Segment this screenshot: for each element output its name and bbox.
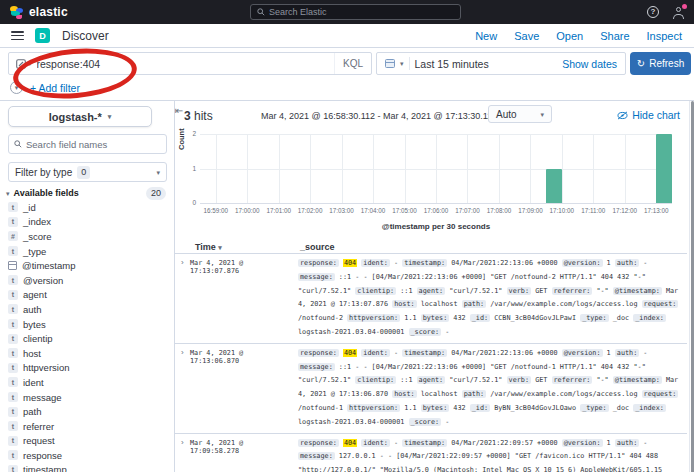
field-item-message[interactable]: tmessage (8, 390, 170, 405)
field-name: agent (23, 289, 47, 300)
show-dates-button[interactable]: Show dates (562, 58, 617, 70)
field-item-clientip[interactable]: tclientip (8, 331, 170, 346)
inspect-button[interactable]: Inspect (647, 30, 682, 42)
x-tick-label: 17:12:00 (613, 207, 638, 214)
interval-select[interactable]: Auto ▾ (488, 105, 552, 123)
field-search-input[interactable] (26, 139, 161, 150)
field-name-pill: @version: (562, 349, 603, 357)
field-name-pill: httpversion: (347, 314, 400, 322)
field-name-pill: timestamp: (402, 349, 447, 357)
field-name-pill: response: (298, 259, 339, 267)
field-name-pill: host: (392, 300, 416, 308)
field-name-pill: _index: (633, 404, 666, 412)
field-name: _type (23, 246, 46, 257)
gridline (200, 169, 672, 170)
field-item-ident[interactable]: tident (8, 375, 170, 390)
time-column-header[interactable]: Time ▾ (195, 242, 222, 252)
save-button[interactable]: Save (514, 30, 539, 42)
date-picker[interactable]: ▾ Last 15 minutes Show dates (376, 52, 626, 75)
query-input[interactable] (37, 58, 334, 70)
source-column-header: _source (300, 242, 335, 252)
chart-time-range: Mar 4, 2021 @ 16:58:30.112 - Mar 4, 2021… (261, 111, 497, 121)
chevron-down-icon: ▾ (108, 113, 112, 120)
histogram-bar-17:13:00 (656, 134, 672, 203)
refresh-button[interactable]: ↻ Refresh (630, 52, 691, 75)
field-item-bytes[interactable]: tbytes (8, 317, 170, 332)
global-search-box[interactable] (250, 4, 461, 20)
available-fields-toggle[interactable]: ▾ Available fields (6, 188, 79, 198)
field-name: clientip (23, 333, 53, 344)
y-tick-label: 0 (175, 199, 196, 206)
row-timestamp: Mar 4, 2021 @ 17:13:06.870 (190, 347, 296, 430)
field-name: ident (23, 377, 44, 388)
y-tick-label: 1 (175, 165, 196, 172)
avatar[interactable] (672, 6, 685, 19)
filter-by-type-button[interactable]: Filter by type 0 ▾ (8, 162, 167, 182)
field-name-pill: message: (298, 452, 335, 460)
field-item-httpversion[interactable]: thttpversion (8, 361, 170, 376)
expand-row-icon[interactable]: › (181, 437, 190, 472)
text-field-icon: t (8, 275, 18, 285)
field-item-response[interactable]: tresponse (8, 448, 170, 463)
field-item-_id[interactable]: t_id (8, 200, 170, 215)
hide-chart-button[interactable]: Hide chart (617, 109, 680, 121)
field-name-pill: message: (298, 363, 335, 371)
add-filter-button[interactable]: + Add filter (30, 82, 80, 94)
field-name-pill: _index: (633, 314, 666, 322)
sort-desc-icon: ▾ (218, 244, 222, 251)
index-pattern-selector[interactable]: logstash-* ▾ (8, 106, 152, 127)
field-item-_type[interactable]: t_type (8, 244, 170, 259)
field-item-path[interactable]: tpath (8, 404, 170, 419)
doc-table-rows: ›Mar 4, 2021 @ 17:13:07.876response: 404… (175, 253, 687, 472)
app-bar: D Discover New Save Open Share Inspect (0, 24, 694, 48)
field-name-pill: @timestamp: (613, 376, 662, 384)
field-item-@version[interactable]: t@version (8, 273, 170, 288)
vertical-scrollbar[interactable] (689, 101, 693, 472)
highlighted-value: 404 (343, 349, 357, 357)
page-title: Discover (62, 29, 109, 43)
filter-options-icon[interactable]: ▾ (10, 81, 23, 94)
scrollbar-thumb[interactable] (691, 101, 694, 472)
field-item-referrer[interactable]: treferrer (8, 419, 170, 434)
query-input-box[interactable]: ▾ KQL (8, 52, 372, 75)
saved-query-menu-button[interactable]: ▾ (9, 59, 37, 69)
query-language-button[interactable]: KQL (334, 53, 371, 74)
field-name-pill: path: (462, 300, 486, 308)
hits-count: 3 hits (184, 109, 213, 123)
field-item-timestamp[interactable]: ttimestamp (8, 463, 170, 472)
field-item-_score[interactable]: #_score (8, 229, 170, 244)
field-name: _id (23, 202, 36, 213)
share-button[interactable]: Share (600, 30, 629, 42)
search-icon (257, 8, 265, 16)
field-name-pill: request: (642, 300, 679, 308)
global-search-input[interactable] (269, 7, 454, 17)
menu-icon[interactable] (11, 31, 24, 40)
open-button[interactable]: Open (556, 30, 583, 42)
doc-table-header: Time ▾ _source (175, 242, 694, 253)
field-name-pill: clientip: (355, 376, 396, 384)
field-item-@timestamp[interactable]: @timestamp (8, 258, 170, 273)
x-tick-label: 17:01:00 (266, 207, 291, 214)
field-name-pill: auth: (615, 439, 639, 447)
field-item-_index[interactable]: t_index (8, 215, 170, 230)
available-fields-label: Available fields (14, 188, 79, 198)
field-item-host[interactable]: thost (8, 346, 170, 361)
chevron-down-icon: ▾ (400, 60, 404, 67)
help-icon[interactable]: ? (647, 6, 659, 18)
time-range-value[interactable]: Last 15 minutes (415, 58, 558, 70)
collapse-sidebar-icon[interactable]: ⇤ (175, 105, 183, 116)
field-item-auth[interactable]: tauth (8, 302, 170, 317)
x-tick-label: 17:10:00 (550, 207, 575, 214)
field-name-pill: ident: (361, 439, 390, 447)
expand-row-icon[interactable]: › (181, 347, 190, 430)
filter-by-type-label: Filter by type (15, 167, 72, 178)
row-timestamp: Mar 4, 2021 @ 17:09:58.278 (190, 437, 296, 472)
field-item-agent[interactable]: tagent (8, 288, 170, 303)
field-item-request[interactable]: trequest (8, 434, 170, 449)
field-search-box[interactable] (8, 134, 167, 154)
field-name-pill: referrer: (552, 376, 593, 384)
new-button[interactable]: New (475, 30, 497, 42)
text-field-icon: t (8, 407, 18, 417)
expand-row-icon[interactable]: › (181, 257, 190, 340)
avatar-head (676, 7, 681, 12)
